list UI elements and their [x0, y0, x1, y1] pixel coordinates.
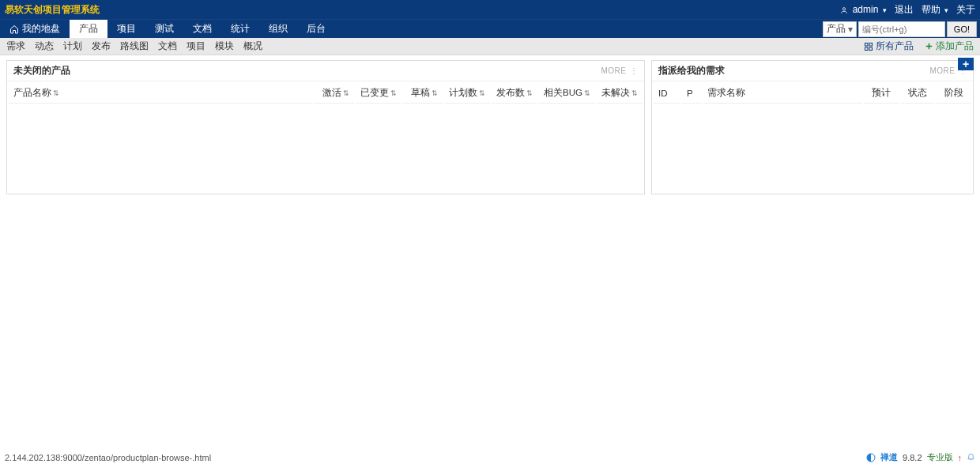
- col-bug[interactable]: 相关BUG⇅: [539, 83, 595, 104]
- topbar: 易软天创项目管理系统 admin ▾ 退出 帮助 ▾ 关于: [0, 0, 980, 19]
- panel-open-products: 未关闭的产品 MORE ⋮ 产品名称⇅ 激活⇅ 已变更⇅ 草稿⇅ 计划数⇅ 发布…: [6, 60, 645, 194]
- subnav-plan[interactable]: 计划: [63, 40, 82, 53]
- subnav-left: 需求 动态 计划 发布 路线图 文档 项目 模块 概况: [6, 40, 262, 53]
- panel-title: 未关闭的产品: [13, 64, 70, 77]
- nav-admin[interactable]: 后台: [297, 20, 335, 38]
- user-name: admin: [853, 4, 879, 15]
- col-estimate[interactable]: 预计: [864, 83, 899, 104]
- panel-header: 指派给我的需求 MORE ⋮: [652, 61, 973, 81]
- add-product-link[interactable]: 添加产品: [925, 40, 974, 53]
- content-area: + 未关闭的产品 MORE ⋮ 产品名称⇅ 激活⇅ 已变更⇅ 草稿⇅ 计划数⇅: [0, 55, 980, 201]
- nav-product[interactable]: 产品: [70, 20, 107, 38]
- caret-down-icon: ▾: [848, 24, 853, 35]
- col-id[interactable]: ID: [654, 83, 680, 104]
- svg-rect-4: [869, 47, 873, 51]
- subnav-dynamic[interactable]: 动态: [35, 40, 54, 53]
- about-link[interactable]: 关于: [956, 3, 975, 17]
- col-release[interactable]: 发布数⇅: [492, 83, 537, 104]
- subnav-story[interactable]: 需求: [6, 40, 25, 53]
- all-products-label: 所有产品: [876, 40, 914, 53]
- help-label: 帮助: [922, 4, 940, 15]
- grid-icon: [864, 42, 873, 51]
- col-unresolved[interactable]: 未解决⇅: [597, 83, 643, 104]
- subnav-roadmap[interactable]: 路线图: [120, 40, 149, 53]
- subnav-doc[interactable]: 文档: [158, 40, 177, 53]
- products-table: 产品名称⇅ 激活⇅ 已变更⇅ 草稿⇅ 计划数⇅ 发布数⇅ 相关BUG⇅ 未解决⇅: [7, 81, 644, 105]
- user-menu[interactable]: admin ▾: [840, 4, 886, 15]
- caret-down-icon: ▾: [883, 6, 887, 14]
- sub-nav: 需求 动态 计划 发布 路线图 文档 项目 模块 概况 所有产品 添加产品: [0, 38, 980, 55]
- nav-org[interactable]: 组织: [259, 20, 297, 38]
- all-products-link[interactable]: 所有产品: [864, 40, 914, 53]
- col-changed[interactable]: 已变更⇅: [356, 83, 401, 104]
- sort-icon: ⇅: [53, 89, 59, 97]
- add-panel-button[interactable]: +: [958, 58, 974, 70]
- sort-icon: ⇅: [432, 89, 438, 97]
- nav-doc[interactable]: 文档: [183, 20, 221, 38]
- col-status[interactable]: 状态: [900, 83, 935, 104]
- sort-icon: ⇅: [479, 89, 485, 97]
- nav-home[interactable]: 我的地盘: [0, 20, 70, 38]
- col-story-name[interactable]: 需求名称: [703, 83, 862, 104]
- nav-tabs: 我的地盘 产品 项目 测试 文档 统计 组织 后台: [0, 20, 335, 38]
- sort-icon: ⇅: [526, 89, 533, 97]
- stories-table: ID P 需求名称 预计 状态 阶段: [652, 81, 973, 105]
- help-menu[interactable]: 帮助 ▾: [922, 3, 948, 17]
- plus-icon: [925, 42, 933, 51]
- more-label: MORE: [601, 66, 627, 75]
- svg-point-0: [843, 7, 846, 9]
- sort-icon: ⇅: [343, 89, 349, 97]
- col-priority[interactable]: P: [682, 83, 701, 104]
- user-icon: [840, 6, 848, 14]
- caret-down-icon: ▾: [944, 6, 948, 14]
- sort-icon: ⇅: [390, 89, 397, 97]
- add-product-label: 添加产品: [936, 40, 974, 53]
- panel-assigned-stories: 指派给我的需求 MORE ⋮ ID P 需求名称 预计 状态 阶段: [651, 60, 974, 194]
- col-draft[interactable]: 草稿⇅: [403, 83, 443, 104]
- col-product-name[interactable]: 产品名称⇅: [9, 83, 311, 104]
- subnav-right: 所有产品 添加产品: [864, 40, 974, 53]
- search-scope-label: 产品: [827, 22, 846, 36]
- main-nav: 我的地盘 产品 项目 测试 文档 统计 组织 后台 产品 ▾ GO!: [0, 19, 980, 38]
- topbar-right: admin ▾ 退出 帮助 ▾ 关于: [840, 3, 975, 17]
- panel-body-empty: [652, 105, 973, 194]
- panels-row: 未关闭的产品 MORE ⋮ 产品名称⇅ 激活⇅ 已变更⇅ 草稿⇅ 计划数⇅ 发布…: [6, 60, 974, 194]
- svg-rect-2: [869, 43, 873, 46]
- search-scope-select[interactable]: 产品 ▾: [823, 21, 857, 37]
- vertical-dots-icon: ⋮: [630, 66, 639, 75]
- panel-header: 未关闭的产品 MORE ⋮: [7, 61, 644, 81]
- subnav-project[interactable]: 项目: [187, 40, 205, 53]
- col-active[interactable]: 激活⇅: [313, 83, 354, 104]
- panel-title: 指派给我的需求: [658, 64, 725, 77]
- nav-qa[interactable]: 测试: [145, 20, 183, 38]
- search-box: 产品 ▾ GO!: [820, 20, 980, 38]
- nav-report[interactable]: 统计: [221, 20, 259, 38]
- subnav-release[interactable]: 发布: [92, 40, 111, 53]
- logout-link[interactable]: 退出: [895, 3, 914, 17]
- search-go-button[interactable]: GO!: [947, 21, 977, 37]
- nav-project[interactable]: 项目: [107, 20, 145, 38]
- svg-rect-3: [865, 47, 869, 51]
- svg-rect-1: [865, 43, 869, 46]
- col-stage[interactable]: 阶段: [937, 83, 971, 104]
- panel-body-empty: [7, 105, 644, 194]
- panel-more-link[interactable]: MORE ⋮: [601, 66, 639, 75]
- home-icon: [9, 25, 19, 34]
- subnav-module[interactable]: 模块: [215, 40, 234, 53]
- nav-home-label: 我的地盘: [22, 22, 60, 36]
- search-input[interactable]: [858, 21, 945, 37]
- col-plan[interactable]: 计划数⇅: [444, 83, 490, 104]
- sort-icon: ⇅: [584, 89, 590, 97]
- subnav-overview[interactable]: 概况: [243, 40, 262, 53]
- sort-icon: ⇅: [631, 89, 638, 97]
- more-label: MORE: [930, 66, 956, 75]
- brand-title: 易软天创项目管理系统: [5, 3, 100, 17]
